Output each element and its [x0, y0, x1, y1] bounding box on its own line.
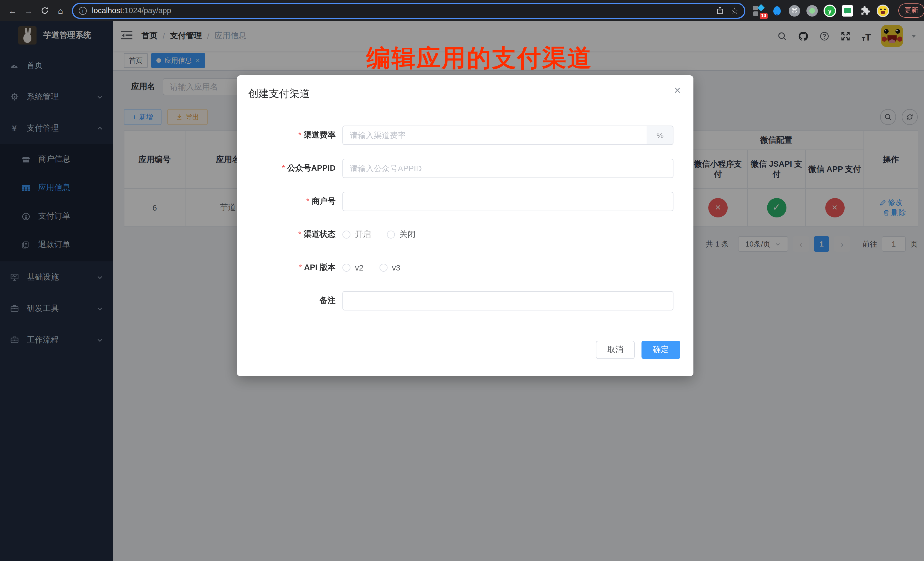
extension-y-icon[interactable]: y	[823, 4, 837, 17]
form-row-api-version: API 版本 v2 v3	[237, 251, 693, 284]
extension-tampermonkey-icon[interactable]: 10	[752, 4, 766, 17]
browser-back-icon[interactable]: ←	[6, 4, 19, 17]
profile-avatar[interactable]	[876, 4, 890, 17]
merchant-input[interactable]	[342, 192, 674, 211]
confirm-button[interactable]: 确定	[642, 341, 680, 359]
api-v3-radio[interactable]: v3	[380, 263, 400, 272]
radio-icon	[387, 231, 395, 238]
url-text[interactable]: localhost:1024/pay/app	[92, 6, 716, 15]
url-host: localhost	[92, 6, 122, 15]
api-version-label: API 版本	[237, 262, 342, 273]
radio-icon	[342, 264, 350, 272]
page-info-icon[interactable]: i	[79, 7, 87, 15]
remark-label: 备注	[237, 296, 342, 306]
form-row-merchant: 商户号	[237, 185, 693, 218]
status-closed-radio[interactable]: 关闭	[387, 230, 416, 240]
chrome-update-button[interactable]: 更新	[898, 3, 924, 18]
dialog-title: 创建支付渠道	[248, 88, 310, 99]
browser-forward-icon[interactable]: →	[22, 4, 35, 17]
api-v2-radio[interactable]: v2	[342, 263, 363, 272]
percent-suffix: %	[647, 126, 674, 145]
form-row-rate: 渠道费率 %	[237, 119, 693, 152]
dialog-close-icon[interactable]: ×	[670, 83, 684, 97]
browser-reload-icon[interactable]	[38, 4, 51, 17]
appid-input[interactable]	[342, 159, 674, 178]
form-row-appid: 公众号APPID	[237, 152, 693, 185]
form-row-remark: 备注	[237, 284, 693, 317]
create-pay-channel-dialog: 创建支付渠道 × 渠道费率 % 公众号APPID	[237, 75, 693, 376]
annotation-text: 编辑应用的支付渠道	[366, 45, 592, 71]
appid-label: 公众号APPID	[237, 163, 342, 174]
browser-home-icon[interactable]: ⌂	[54, 4, 67, 17]
url-path: :1024/pay/app	[122, 6, 171, 15]
radio-icon	[342, 231, 350, 238]
extension-command-icon[interactable]: ⌘	[788, 4, 801, 17]
extension-badge: 10	[760, 13, 768, 18]
bookmark-star-icon[interactable]: ☆	[731, 5, 738, 16]
extensions-puzzle-icon[interactable]	[858, 4, 872, 17]
extension-record-icon[interactable]	[805, 4, 819, 17]
status-open-radio[interactable]: 开启	[342, 230, 371, 240]
form-row-status: 渠道状态 开启 关闭	[237, 218, 693, 251]
status-label: 渠道状态	[237, 230, 342, 240]
cancel-button[interactable]: 取消	[596, 341, 634, 359]
browser-toolbar: ← → ⌂ i localhost:1024/pay/app ☆ 10 ⌘ y	[0, 0, 924, 21]
merchant-label: 商户号	[237, 196, 342, 207]
extension-chat-icon[interactable]	[841, 4, 854, 17]
share-icon[interactable]	[716, 6, 724, 15]
address-bar[interactable]: i localhost:1024/pay/app ☆	[72, 3, 746, 18]
rate-input[interactable]	[342, 126, 647, 145]
extension-balloon-icon[interactable]	[770, 4, 784, 17]
extensions-area: 10 ⌘ y 更新 ⋮	[752, 3, 924, 18]
rate-label: 渠道费率	[237, 130, 342, 140]
page-viewport: 芋道管理系统 首页 系统管理	[0, 21, 924, 561]
radio-icon	[380, 264, 387, 272]
remark-input[interactable]	[342, 291, 674, 310]
